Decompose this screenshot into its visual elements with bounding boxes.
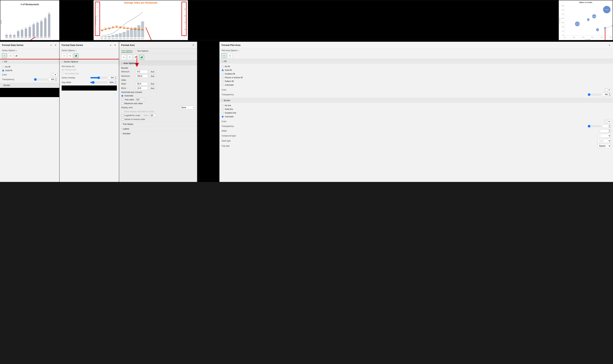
maximum-auto-btn[interactable]: Auto [149, 75, 156, 78]
fill-section-header[interactable]: ∨ Fill [0, 59, 59, 64]
axis-value-input[interactable] [135, 98, 146, 101]
secondary-axis-row[interactable]: Secondary Axis [62, 72, 117, 75]
pf-no-fill-radio[interactable] [222, 65, 224, 68]
pb-transp-value[interactable] [602, 125, 608, 128]
log-base-input[interactable] [149, 114, 156, 117]
axis-scroll-area[interactable]: ∨ Axis Options Bounds Minimum Auto Maxim… [119, 61, 197, 182]
no-fill-row[interactable]: No fill [2, 65, 57, 69]
so-up[interactable]: ▲ [115, 76, 117, 78]
no-fill-radio[interactable] [2, 66, 4, 68]
bar-green-icon-btn-2[interactable] [74, 53, 79, 58]
pb-automatic-row[interactable]: Automatic [222, 115, 611, 118]
bar-icon-btn-1[interactable] [14, 53, 19, 58]
gap-width-value[interactable]: 60% [108, 81, 114, 84]
pf-gradient-row[interactable]: Gradient fill [222, 72, 611, 76]
pb-gradient-line-radio[interactable] [222, 112, 224, 114]
panel-close-btn-1[interactable]: ✕ [54, 43, 57, 47]
solid-fill-row[interactable]: Solid fill [2, 69, 57, 72]
format-axis-close-btn[interactable]: ✕ [192, 43, 195, 47]
tick-marks-section[interactable]: › Tick Marks [119, 122, 197, 126]
pb-width-value[interactable] [600, 130, 608, 132]
pf-pattern-radio[interactable] [222, 80, 224, 82]
pf-transp-slider[interactable] [588, 93, 601, 96]
panel-close-btn-2[interactable]: ✕ [113, 43, 117, 47]
pf-pattern-row[interactable]: Pattern fill [222, 79, 611, 83]
panel-collapse-btn-1[interactable]: ∨ [50, 43, 53, 47]
color-picker-btn-1[interactable]: ▼ [51, 73, 57, 76]
series-overlap-slider[interactable] [90, 76, 107, 79]
series-options-section[interactable]: ∨ Series Options [60, 59, 119, 64]
so-down[interactable]: ▼ [115, 78, 117, 79]
compound-type-select[interactable]: ─ ═ ≡ [598, 134, 611, 138]
transp-up-1[interactable]: ▲ [55, 78, 57, 79]
number-section[interactable]: › Number [119, 131, 197, 136]
transp-down-1[interactable]: ▼ [55, 79, 57, 81]
series-overlap-value[interactable]: 0% [108, 76, 114, 79]
pb-transp-down[interactable]: ▼ [609, 126, 611, 128]
pb-transp-up[interactable]: ▲ [609, 125, 611, 126]
minimum-auto-btn[interactable]: Auto [149, 70, 156, 73]
auto-crosses-radio[interactable] [121, 95, 123, 97]
pf-no-fill-row[interactable]: No fill [222, 65, 611, 68]
auto-crosses-row[interactable]: Automatic [119, 94, 197, 97]
gap-width-slider[interactable] [90, 81, 107, 84]
pb-transp-slider[interactable] [588, 125, 601, 128]
pf-automatic-radio[interactable] [222, 84, 224, 86]
pf-automatic-row[interactable]: Automatic [222, 83, 611, 87]
plot-border-section-header[interactable]: ∨ Border [220, 98, 613, 103]
fill-icon-btn-1[interactable]: ◇ [2, 53, 7, 58]
plot-fill-icon[interactable]: ◇ [222, 53, 226, 58]
gw-down[interactable]: ▼ [115, 82, 117, 84]
pf-picture-row[interactable]: Picture or texture fill [222, 76, 611, 79]
reverse-order-cb[interactable] [121, 118, 123, 120]
major-auto-btn[interactable]: Auto [149, 82, 156, 85]
series-options-dropdown-1[interactable]: Series Options ∨ [0, 48, 59, 53]
max-axis-row[interactable]: Maximum axis value [119, 102, 197, 105]
pf-solid-fill-radio[interactable] [222, 69, 224, 71]
minor-auto-btn[interactable]: Auto [149, 87, 156, 90]
solid-fill-radio[interactable] [2, 69, 4, 72]
pf-color-picker[interactable]: ▼ [604, 88, 611, 91]
plot-pentagon-icon[interactable]: ⬠ [228, 53, 232, 58]
pb-no-line-row[interactable]: No line [222, 104, 611, 107]
pf-transp-down[interactable]: ▼ [609, 95, 611, 96]
max-axis-radio[interactable] [121, 103, 123, 105]
axis-value-radio[interactable] [121, 99, 123, 101]
transp-value-1[interactable]: 0% [49, 78, 55, 81]
pb-gradient-line-row[interactable]: Gradient line [222, 111, 611, 115]
pf-gradient-radio[interactable] [222, 73, 224, 75]
text-options-tab[interactable]: Text Options [137, 50, 148, 52]
pentagon-icon-btn-2[interactable]: ⬠ [68, 53, 72, 58]
dash-type-select[interactable]: ─── - - - · · · [598, 139, 611, 143]
series-options-dropdown-2[interactable]: Series Options ∨ [60, 48, 119, 53]
minimum-input[interactable] [136, 70, 148, 73]
pb-color-picker[interactable]: ▼ [604, 120, 611, 123]
pf-solid-fill-row[interactable]: Solid fill [222, 68, 611, 72]
axis-options-tab[interactable]: Axis Options [121, 49, 133, 53]
pb-width-up[interactable]: ▲ [609, 130, 611, 131]
primary-axis-row[interactable]: Primary Axis [62, 68, 117, 72]
axis-fill-icon[interactable]: ◇ [121, 55, 126, 60]
gw-up[interactable]: ▲ [115, 81, 117, 82]
minor-input[interactable] [136, 87, 148, 90]
pb-solid-line-radio[interactable] [222, 108, 224, 110]
axis-options-section-header[interactable]: ∨ Axis Options [119, 61, 197, 65]
cap-type-select[interactable]: Square Round Flat [598, 144, 611, 148]
panel-collapse-btn-2[interactable]: ∨ [109, 43, 112, 47]
maximum-input[interactable] [136, 74, 148, 78]
plot-area-expand-btn[interactable]: ∨ [608, 43, 611, 47]
axis-pentagon-icon[interactable]: ⬠ [127, 55, 132, 60]
transp-slider-1[interactable] [34, 78, 47, 81]
fill-icon-btn-2[interactable]: ◇ [62, 53, 66, 58]
border-section-header-1[interactable]: › Border [0, 83, 59, 88]
pf-picture-radio[interactable] [222, 77, 224, 79]
log-scale-cb[interactable] [121, 115, 123, 117]
pb-automatic-radio[interactable] [222, 116, 224, 118]
pb-solid-line-row[interactable]: Solid line [222, 107, 611, 111]
labels-section[interactable]: › Labels [119, 126, 197, 131]
pentagon-icon-btn-1[interactable]: ⬠ [8, 53, 13, 58]
pb-width-down[interactable]: ▼ [609, 131, 611, 132]
pf-transp-up[interactable]: ▲ [609, 93, 611, 95]
pb-no-line-radio[interactable] [222, 104, 224, 107]
pf-transp-value[interactable]: 0% [602, 93, 608, 96]
